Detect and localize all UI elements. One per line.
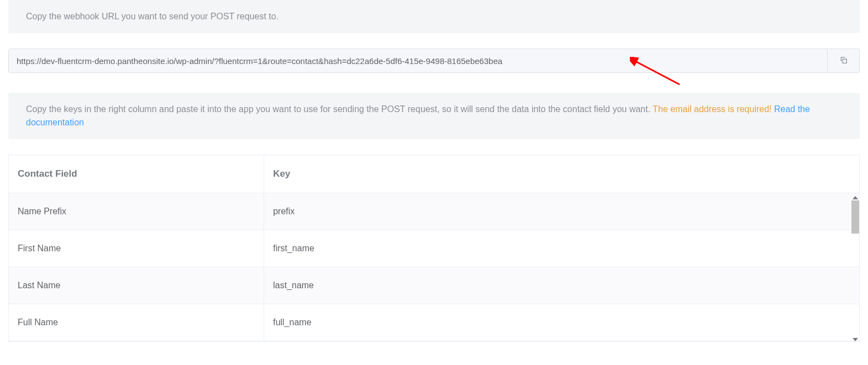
info-text: Copy the webhook URL you want to send yo… xyxy=(26,12,278,21)
copy-url-button[interactable] xyxy=(828,49,860,73)
scrollbar[interactable] xyxy=(851,196,859,341)
info-box-keys: Copy the keys in the right column and pa… xyxy=(8,93,860,139)
info-box-webhook-url: Copy the webhook URL you want to send yo… xyxy=(8,0,860,33)
cell-field: Name Prefix xyxy=(9,193,264,230)
cell-key: full_name xyxy=(264,304,859,341)
cell-key: first_name xyxy=(264,230,859,267)
cell-key: last_name xyxy=(264,267,859,304)
table-row: Full Name full_name xyxy=(9,304,859,341)
info-text-part1: Copy the keys in the right column and pa… xyxy=(26,104,653,114)
scroll-down-icon xyxy=(853,338,858,341)
svg-rect-0 xyxy=(843,59,846,63)
webhook-url-row xyxy=(8,49,860,73)
table-row: Name Prefix prefix xyxy=(9,193,859,230)
contact-fields-table-wrap: Contact Field Key Name Prefix prefix Fir… xyxy=(8,155,860,342)
scroll-up-icon xyxy=(853,196,858,199)
cell-field: First Name xyxy=(9,230,264,267)
cell-key: prefix xyxy=(264,193,859,230)
copy-icon xyxy=(839,56,848,66)
table-row: First Name first_name xyxy=(9,230,859,267)
cell-field: Last Name xyxy=(9,267,264,304)
info-text-warning: The email address is required! xyxy=(653,104,774,114)
contact-fields-table: Contact Field Key Name Prefix prefix Fir… xyxy=(9,155,859,341)
scroll-thumb[interactable] xyxy=(851,200,859,234)
table-header-key: Key xyxy=(264,155,859,193)
table-header-field: Contact Field xyxy=(9,155,264,193)
webhook-url-input[interactable] xyxy=(8,49,828,73)
table-row: Last Name last_name xyxy=(9,267,859,304)
cell-field: Full Name xyxy=(9,304,264,341)
